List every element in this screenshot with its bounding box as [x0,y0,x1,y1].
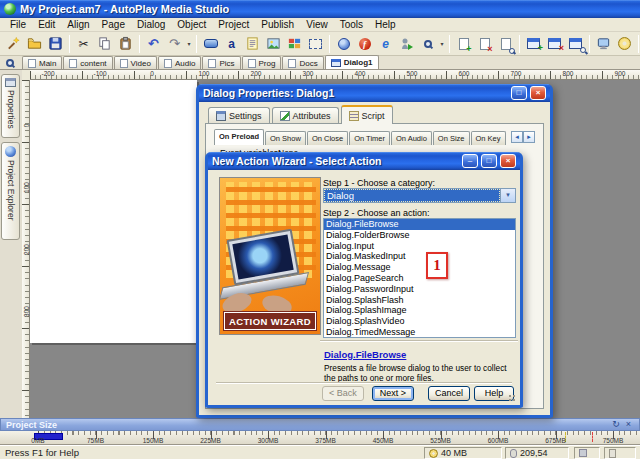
scroll-left-icon[interactable]: ◂ [511,131,523,143]
paste-icon[interactable] [115,34,136,54]
properties-title-bar[interactable]: Dialog Properties: Dialog1 □ × [199,84,550,102]
sidebar-tab-properties[interactable]: Properties [1,74,20,138]
page-icon [248,59,256,68]
tab-docs[interactable]: Docs [282,56,323,69]
tab-main[interactable]: Main [22,56,62,69]
remove-page-icon[interactable]: × [474,34,495,54]
close-panel-icon[interactable]: × [623,419,634,430]
menu-help[interactable]: Help [369,18,402,31]
build-icon[interactable] [614,34,635,54]
wizard-maximize-button[interactable]: □ [481,154,497,168]
tab-on-timer[interactable]: On Timer [349,131,390,145]
media-object-icon[interactable] [333,34,354,54]
action-list-item[interactable]: Dialog.SplashFlash [324,295,515,306]
zoom-pane-button[interactable] [2,56,18,69]
new-project-wizard-icon[interactable] [3,34,24,54]
hotspot-object-icon[interactable] [305,34,326,54]
window-title: My Project.am7 - AutoPlay Media Studio [20,3,229,15]
redo-dropdown-icon[interactable]: ▾ [185,34,193,54]
image-object-icon[interactable] [263,34,284,54]
resize-grip[interactable] [508,394,516,402]
slideshow-object-icon[interactable] [396,34,417,54]
action-list-item[interactable]: Dialog.MaskedInput [324,251,515,262]
copy-icon[interactable] [94,34,115,54]
tab-settings[interactable]: Settings [208,107,270,124]
action-list-item[interactable]: Dialog.SplashVideo [324,316,515,327]
menu-tools[interactable]: Tools [334,18,369,31]
zoom-dropdown-icon[interactable]: ▾ [438,34,446,54]
tab-on-audio[interactable]: On Audio [391,131,432,145]
redo-icon[interactable]: ↷ [164,34,185,54]
menu-object[interactable]: Object [171,18,212,31]
tab-audio[interactable]: Audio [158,56,201,69]
label-object-icon[interactable]: a [221,34,242,54]
annotation-callout-1: 1 [426,252,448,279]
next-button[interactable]: Next > [372,386,414,401]
properties-maximize-button[interactable]: □ [511,86,527,100]
tab-attributes[interactable]: Attributes [272,107,339,124]
tab-on-close[interactable]: On Close [307,131,348,145]
flash-object-icon[interactable]: f [354,34,375,54]
category-dropdown[interactable]: Dialog ▼ [323,188,516,203]
action-list-item[interactable]: Dialog.SplashImage [324,305,515,316]
action-help-link[interactable]: Dialog.FileBrowse [324,349,406,360]
zoom-tool-icon[interactable] [417,34,438,54]
preview-application-icon[interactable] [593,34,614,54]
cut-icon[interactable]: ✂ [73,34,94,54]
properties-close-button[interactable]: × [530,86,546,100]
tab-script[interactable]: Script [341,105,393,124]
tab-on-key[interactable]: On Key [471,131,506,145]
remove-dialog-icon[interactable]: × [544,34,565,54]
wizard-minimize-button[interactable]: – [462,154,478,168]
action-list[interactable]: Dialog.FileBrowse Dialog.FolderBrowse Di… [323,218,516,338]
event-tab-strip: On Preload On Show On Close On Timer On … [214,129,507,145]
menu-file[interactable]: File [4,18,32,31]
paragraph-object-icon[interactable] [242,34,263,54]
toolbar-separator [139,35,140,53]
dialog-design-surface[interactable] [30,80,197,343]
refresh-icon[interactable]: ↻ [609,419,623,430]
tab-dialog1[interactable]: Dialog1 [325,55,379,69]
menu-view[interactable]: View [300,18,334,31]
chevron-down-icon[interactable]: ▼ [500,189,515,202]
action-list-item[interactable]: Dialog.PasswordInput [324,284,515,295]
action-list-item[interactable]: Dialog.TimedMessage [324,327,515,338]
menu-page[interactable]: Page [96,18,131,31]
preview-dialog-icon[interactable] [565,34,586,54]
tab-pics[interactable]: Pics [202,56,240,69]
save-project-icon[interactable] [45,34,66,54]
button-object-icon[interactable] [200,34,221,54]
page-icon [69,59,77,68]
button-separator [216,382,512,384]
tab-prog[interactable]: Prog [242,56,282,69]
menu-dialog[interactable]: Dialog [131,18,171,31]
action-list-item[interactable]: Dialog.Input [324,241,515,252]
menu-align[interactable]: Align [61,18,95,31]
menu-project[interactable]: Project [212,18,255,31]
cancel-button[interactable]: Cancel [428,386,470,401]
menu-bar: File Edit Align Page Dialog Object Proje… [0,18,640,32]
menu-publish[interactable]: Publish [255,18,300,31]
video-object-icon[interactable] [284,34,305,54]
tab-on-preload[interactable]: On Preload [214,129,264,145]
tab-on-size[interactable]: On Size [433,131,470,145]
tab-on-show[interactable]: On Show [265,131,306,145]
action-list-item[interactable]: Dialog.PageSearch [324,273,515,284]
scroll-right-icon[interactable]: ▸ [523,131,535,143]
undo-icon[interactable]: ↶ [143,34,164,54]
wizard-title-bar[interactable]: New Action Wizard - Select Action – □ × [208,152,520,170]
menu-edit[interactable]: Edit [32,18,61,31]
action-list-item[interactable]: Dialog.FolderBrowse [324,230,515,241]
wizard-close-button[interactable]: × [500,154,516,168]
open-project-icon[interactable] [24,34,45,54]
add-dialog-icon[interactable]: + [523,34,544,54]
tab-content[interactable]: content [63,56,112,69]
preview-page-icon[interactable] [495,34,516,54]
back-button[interactable]: < Back [322,386,364,401]
sidebar-tab-project-explorer[interactable]: Project Explorer [1,142,20,240]
action-list-item[interactable]: Dialog.Message [324,262,515,273]
web-object-icon[interactable]: e [375,34,396,54]
tab-video[interactable]: Video [114,56,157,69]
action-list-item[interactable]: Dialog.FileBrowse [324,219,515,230]
add-page-icon[interactable]: + [453,34,474,54]
